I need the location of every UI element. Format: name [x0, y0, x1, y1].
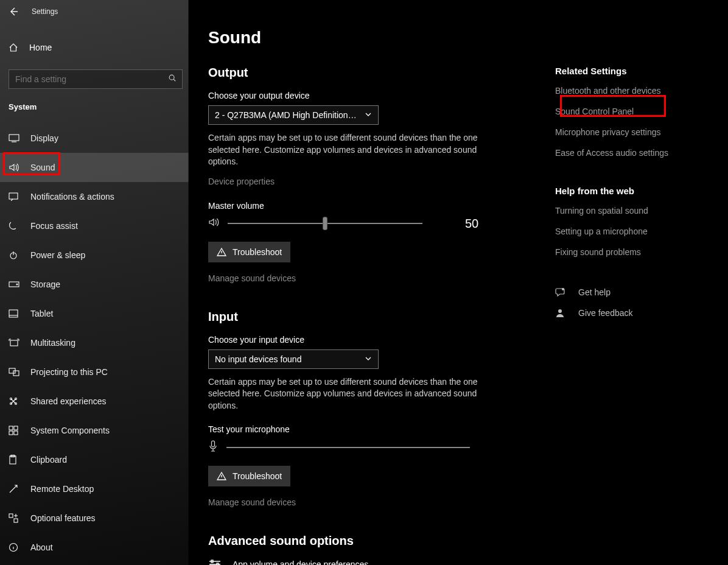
- sidebar-item-label: System Components: [30, 426, 110, 435]
- output-device-properties-link[interactable]: Device properties: [208, 177, 531, 186]
- master-volume-slider[interactable]: [228, 223, 422, 224]
- related-link-bluetooth[interactable]: Bluetooth and other devices: [555, 86, 716, 96]
- chevron-down-icon: [365, 110, 372, 120]
- button-label: Troubleshoot: [233, 247, 282, 257]
- projecting-icon: [9, 368, 21, 376]
- input-troubleshoot-button[interactable]: Troubleshoot: [208, 466, 290, 486]
- sidebar-item-sound[interactable]: Sound: [0, 153, 189, 182]
- give-feedback-row[interactable]: Give feedback: [555, 308, 716, 318]
- input-device-value: No input devices found: [215, 354, 301, 364]
- home-icon: [9, 43, 19, 52]
- sidebar-item-notifications[interactable]: Notifications & actions: [0, 182, 189, 211]
- sidebar-item-label: Projecting to this PC: [30, 367, 108, 377]
- sidebar-item-display[interactable]: Display: [0, 124, 189, 153]
- microphone-level-meter: [226, 447, 470, 448]
- sidebar-item-label: Shared experiences: [30, 396, 107, 406]
- advanced-heading: Advanced sound options: [208, 534, 531, 548]
- right-column: Related Settings Bluetooth and other dev…: [555, 66, 728, 565]
- about-icon: [9, 542, 21, 552]
- sidebar-item-label: About: [30, 542, 53, 552]
- input-manage-link[interactable]: Manage sound devices: [208, 497, 531, 507]
- sidebar-item-system-components[interactable]: System Components: [0, 416, 189, 445]
- help-link-microphone-setup[interactable]: Setting up a microphone: [555, 226, 716, 236]
- input-heading: Input: [208, 310, 531, 324]
- speaker-icon[interactable]: [208, 217, 219, 230]
- output-troubleshoot-button[interactable]: Troubleshoot: [208, 242, 290, 262]
- sidebar-item-label: Multitasking: [30, 338, 75, 348]
- svg-rect-20: [9, 514, 13, 518]
- output-heading: Output: [208, 66, 531, 80]
- help-heading: Help from the web: [555, 186, 716, 196]
- svg-rect-21: [14, 519, 18, 522]
- svg-rect-2: [9, 193, 18, 199]
- output-device-dropdown[interactable]: 2 - Q27B3MA (AMD High Definition…: [208, 105, 379, 125]
- search-input[interactable]: [9, 69, 183, 89]
- related-link-sound-control-panel[interactable]: Sound Control Panel: [555, 107, 716, 116]
- master-volume-row: 50: [208, 217, 531, 231]
- back-icon[interactable]: [9, 7, 18, 16]
- svg-point-28: [562, 288, 564, 290]
- give-feedback-label: Give feedback: [578, 308, 633, 318]
- sidebar-item-power-sleep[interactable]: Power & sleep: [0, 240, 189, 270]
- main-column: Output Choose your output device 2 - Q27…: [208, 66, 531, 565]
- master-volume-value: 50: [465, 217, 478, 231]
- feedback-icon: [555, 308, 566, 318]
- window-title: Settings: [32, 7, 58, 16]
- related-settings-heading: Related Settings: [555, 66, 716, 76]
- sidebar-item-clipboard[interactable]: Clipboard: [0, 445, 189, 474]
- app-volume-row[interactable]: App volume and device preferences: [208, 559, 531, 565]
- output-device-value: 2 - Q27B3MA (AMD High Definition…: [215, 110, 357, 120]
- related-link-ease-of-access[interactable]: Ease of Access audio settings: [555, 148, 716, 158]
- input-device-dropdown[interactable]: No input devices found: [208, 349, 379, 369]
- page-title: Sound: [208, 28, 728, 47]
- sliders-icon: [208, 559, 222, 565]
- sidebar-item-label: Power & sleep: [30, 250, 85, 260]
- svg-point-29: [558, 309, 562, 313]
- sidebar-item-home[interactable]: Home: [0, 34, 189, 61]
- sidebar-item-label: Optional features: [30, 513, 96, 523]
- sound-icon: [9, 163, 21, 172]
- help-link-spatial-sound[interactable]: Turning on spatial sound: [555, 206, 716, 216]
- related-link-microphone-privacy[interactable]: Microphone privacy settings: [555, 127, 716, 137]
- help-link-fixing-sound[interactable]: Fixing sound problems: [555, 247, 716, 257]
- sidebar-item-optional-features[interactable]: Optional features: [0, 504, 189, 533]
- titlebar-left: Settings: [0, 0, 189, 23]
- sidebar-item-remote-desktop[interactable]: Remote Desktop: [0, 474, 189, 504]
- sidebar-category-label: System: [9, 102, 189, 111]
- sidebar-item-label: Tablet: [30, 309, 53, 318]
- display-icon: [9, 134, 21, 142]
- svg-rect-17: [14, 431, 18, 435]
- slider-thumb[interactable]: [323, 217, 327, 230]
- search-wrap: [9, 69, 183, 89]
- sidebar-item-label: Focus assist: [30, 221, 78, 231]
- sidebar-item-shared-experiences[interactable]: Shared experiences: [0, 387, 189, 416]
- optional-features-icon: [9, 513, 21, 523]
- home-label: Home: [29, 43, 52, 52]
- tablet-icon: [9, 309, 21, 318]
- chevron-down-icon: [365, 354, 372, 364]
- svg-point-0: [169, 75, 174, 80]
- test-microphone-label: Test your microphone: [208, 424, 531, 434]
- sidebar-item-projecting[interactable]: Projecting to this PC: [0, 357, 189, 387]
- storage-icon: [9, 281, 21, 287]
- shared-experiences-icon: [9, 396, 21, 406]
- focus-assist-icon: [9, 221, 21, 231]
- system-components-icon: [9, 426, 21, 435]
- sidebar-item-storage[interactable]: Storage: [0, 270, 189, 299]
- search-icon: [168, 74, 177, 85]
- output-manage-link[interactable]: Manage sound devices: [208, 273, 531, 283]
- power-icon: [9, 250, 21, 260]
- svg-point-5: [16, 284, 18, 285]
- sidebar-item-about[interactable]: About: [0, 533, 189, 562]
- app-volume-label: App volume and device preferences: [233, 560, 368, 565]
- sidebar-item-tablet[interactable]: Tablet: [0, 299, 189, 328]
- svg-rect-1: [9, 135, 19, 141]
- sidebar-item-multitasking[interactable]: Multitasking: [0, 328, 189, 357]
- sidebar-item-label: Remote Desktop: [30, 484, 94, 494]
- sidebar-item-focus-assist[interactable]: Focus assist: [0, 211, 189, 240]
- main-content: Sound Output Choose your output device 2…: [189, 0, 728, 565]
- output-description: Certain apps may be set up to use differ…: [208, 132, 488, 168]
- svg-rect-24: [212, 441, 215, 447]
- get-help-row[interactable]: Get help: [555, 287, 716, 297]
- microphone-level-row: [208, 440, 531, 455]
